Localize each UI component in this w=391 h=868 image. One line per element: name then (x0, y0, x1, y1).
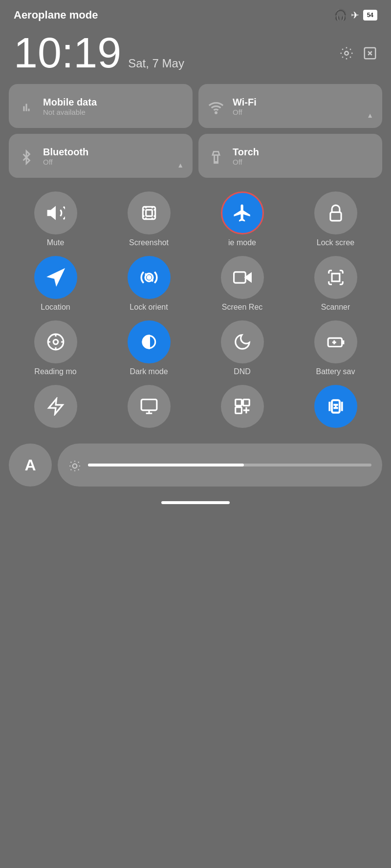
mute-circle (34, 191, 77, 234)
home-indicator[interactable] (161, 501, 230, 504)
svg-marker-8 (48, 270, 63, 284)
lock-orient-item[interactable]: Lock orient (102, 253, 196, 314)
mobile-data-icon (18, 98, 35, 115)
vibrate-circle (314, 385, 357, 428)
shortcut-item[interactable] (196, 382, 289, 434)
tile-row-1: Mobile data Not available Wi-Fi Off ▲ (9, 84, 382, 128)
mobile-data-label: Mobile data (43, 97, 97, 108)
scanner-item[interactable]: Scanner (289, 253, 382, 314)
brightness-track[interactable] (88, 464, 371, 466)
icon-grid: Mute Screenshot ie mode Lock scr (0, 184, 391, 439)
torch-tile[interactable]: Torch Off (198, 134, 382, 178)
brightness-row: A (0, 439, 391, 487)
svg-rect-19 (141, 400, 157, 410)
lock-screen-circle (314, 191, 357, 234)
shortcut-circle (221, 385, 264, 428)
svg-rect-6 (146, 210, 152, 216)
aeroplane-circle (221, 191, 264, 234)
vibrate-item[interactable] (289, 382, 382, 434)
headphones-icon: 🎧 (334, 9, 347, 21)
svg-rect-13 (332, 274, 340, 281)
svg-point-0 (345, 52, 348, 56)
status-icons: 🎧 ✈ 54 (334, 9, 377, 21)
reading-mode-label: Reading mo (34, 367, 76, 376)
svg-rect-3 (215, 155, 218, 162)
brightness-fill (88, 464, 244, 466)
bluetooth-arrow: ▲ (177, 161, 184, 169)
dark-mode-circle (128, 320, 171, 363)
quick-tiles: Mobile data Not available Wi-Fi Off ▲ (0, 84, 391, 178)
scanner-circle (314, 256, 357, 299)
settings-icon[interactable] (339, 45, 354, 61)
brightness-slider-container[interactable] (58, 444, 382, 487)
screen-rec-label: Screen Rec (222, 303, 263, 312)
font-label: A (24, 456, 36, 474)
torch-sublabel: Off (233, 158, 259, 166)
edit-icon[interactable] (363, 45, 377, 61)
flash-circle (34, 385, 77, 428)
svg-point-10 (147, 276, 150, 279)
flash-item[interactable] (9, 382, 102, 434)
scanner-label: Scanner (321, 303, 350, 312)
svg-rect-20 (235, 400, 241, 406)
time-action-icons (339, 45, 377, 61)
location-circle (34, 256, 77, 299)
torch-icon (207, 148, 225, 165)
wifi-icon (207, 98, 225, 115)
battery-indicator: 54 (363, 10, 377, 21)
mobile-data-tile[interactable]: Mobile data Not available (9, 84, 193, 128)
dark-mode-item[interactable]: Dark mode (102, 318, 196, 378)
dnd-circle (221, 320, 264, 363)
reading-mode-circle (34, 320, 77, 363)
pc-connect-circle (128, 385, 171, 428)
mute-item[interactable]: Mute (9, 189, 102, 249)
svg-marker-11 (245, 274, 251, 281)
svg-marker-18 (48, 399, 63, 414)
mute-label: Mute (47, 238, 65, 247)
aeroplane-label: ie mode (228, 238, 256, 247)
battery-sav-label: Battery sav (316, 367, 355, 376)
screen-rec-circle (221, 256, 264, 299)
svg-point-24 (73, 464, 77, 468)
font-size-button[interactable]: A (9, 444, 52, 487)
bluetooth-sublabel: Off (43, 158, 88, 166)
svg-rect-12 (234, 272, 245, 283)
time-section: 10:19 Sat, 7 May (0, 26, 391, 84)
svg-point-2 (216, 112, 217, 113)
location-label: Location (41, 303, 70, 312)
reading-mode-item[interactable]: Reading mo (9, 318, 102, 378)
svg-rect-22 (235, 407, 241, 414)
svg-rect-7 (330, 212, 341, 220)
svg-point-15 (53, 339, 58, 344)
dnd-label: DND (234, 367, 251, 376)
mobile-data-sublabel: Not available (43, 108, 97, 116)
bluetooth-label: Bluetooth (43, 147, 88, 158)
lock-screen-label: Lock scree (317, 238, 354, 247)
svg-marker-4 (48, 208, 55, 218)
location-item[interactable]: Location (9, 253, 102, 314)
time-display: 10:19 (14, 31, 121, 74)
wifi-label: Wi-Fi (233, 97, 257, 108)
wifi-sublabel: Off (233, 108, 257, 116)
torch-label: Torch (233, 147, 259, 158)
battery-sav-circle (314, 320, 357, 363)
screenshot-label: Screenshot (129, 238, 169, 247)
wifi-arrow: ▲ (367, 111, 373, 119)
bluetooth-tile[interactable]: Bluetooth Off ▲ (9, 134, 193, 178)
battery-sav-item[interactable]: Battery sav (289, 318, 382, 378)
date-display: Sat, 7 May (128, 57, 184, 70)
airplane-status-icon: ✈ (351, 9, 359, 21)
lock-orient-circle (128, 256, 171, 299)
status-title: Aeroplane mode (14, 9, 98, 21)
pc-connect-item[interactable] (102, 382, 196, 434)
dnd-item[interactable]: DND (196, 318, 289, 378)
screen-rec-item[interactable]: Screen Rec (196, 253, 289, 314)
svg-rect-21 (243, 400, 249, 406)
aeroplane-item[interactable]: ie mode (196, 189, 289, 249)
tile-row-2: Bluetooth Off ▲ Torch Off (9, 134, 382, 178)
dark-mode-label: Dark mode (130, 367, 168, 376)
lock-screen-item[interactable]: Lock scree (289, 189, 382, 249)
svg-rect-5 (143, 207, 155, 219)
wifi-tile[interactable]: Wi-Fi Off ▲ (198, 84, 382, 128)
screenshot-item[interactable]: Screenshot (102, 189, 196, 249)
